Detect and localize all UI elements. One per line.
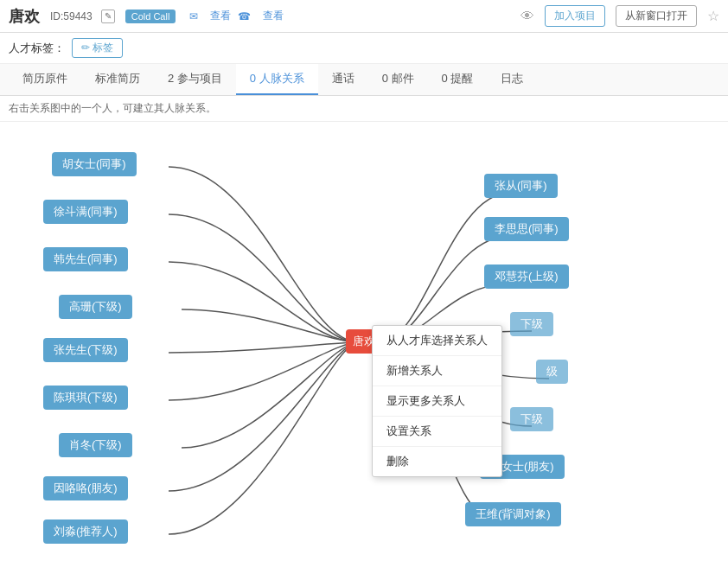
- left-node-0[interactable]: 胡女士(同事): [52, 152, 137, 176]
- tab-resume-original[interactable]: 简历原件: [9, 64, 81, 95]
- tabs-bar: 简历原件 标准简历 2 参与项目 0 人脉关系 通话 0 邮件 0 提醒 日志: [0, 64, 728, 96]
- eye-icon: 👁: [520, 9, 534, 24]
- context-menu-item-3[interactable]: 设置关系: [373, 417, 501, 447]
- new-window-button[interactable]: 从新窗口打开: [616, 5, 697, 27]
- right-node-2[interactable]: 邓慧芬(上级): [484, 265, 569, 289]
- left-node-7[interactable]: 因咯咯(朋友): [43, 476, 128, 500]
- tab-projects[interactable]: 2 参与项目: [154, 64, 236, 95]
- right-node-5[interactable]: 下级: [510, 407, 553, 431]
- person-name: 唐欢: [9, 6, 40, 27]
- left-node-3[interactable]: 高珊(下级): [59, 295, 132, 319]
- right-node-3[interactable]: 下级: [510, 312, 553, 336]
- right-node-4[interactable]: 级: [536, 360, 568, 384]
- hint-text: 右击关系图中的一个人，可建立其人脉关系。: [0, 96, 728, 122]
- left-node-1[interactable]: 徐斗满(同事): [43, 200, 128, 224]
- tag-button[interactable]: ✏ 标签: [72, 38, 123, 58]
- edit-icon[interactable]: ✎: [101, 10, 115, 23]
- phone-icon: ☎: [238, 10, 251, 22]
- mail-icon: ✉: [189, 10, 198, 22]
- tab-reminders[interactable]: 0 提醒: [428, 64, 488, 95]
- page-header: 唐欢 ID:59443 ✎ Cold Call ✉ 查看 ☎ 查看 👁 加入项目…: [0, 0, 728, 33]
- left-node-5[interactable]: 陈琪琪(下级): [43, 386, 128, 410]
- tab-emails[interactable]: 0 邮件: [368, 64, 428, 95]
- pencil-icon: ✏: [81, 41, 90, 54]
- person-id: ID:59443: [50, 10, 93, 22]
- star-button[interactable]: ☆: [707, 8, 719, 24]
- context-menu-item-0[interactable]: 从人才库选择关系人: [373, 326, 501, 356]
- mindmap-area: 唐欢 胡女士(同事) 徐斗满(同事) 韩先生(同事) 高珊(下级) 张先生(下级…: [0, 122, 728, 571]
- view-link[interactable]: 查看: [210, 9, 231, 23]
- tag-row: 人才标签： ✏ 标签: [0, 33, 728, 64]
- right-node-1[interactable]: 李思思(同事): [484, 217, 569, 241]
- tab-connections[interactable]: 0 人脉关系: [236, 64, 318, 95]
- tab-log[interactable]: 日志: [487, 64, 537, 95]
- left-node-8[interactable]: 刘淼(推荐人): [43, 519, 128, 544]
- left-node-4[interactable]: 张先生(下级): [43, 338, 128, 362]
- context-menu-item-4[interactable]: 删除: [373, 447, 501, 476]
- join-project-button[interactable]: 加入项目: [545, 5, 605, 27]
- call-link[interactable]: 查看: [263, 9, 284, 23]
- context-menu: 从人才库选择关系人 新增关系人 显示更多关系人 设置关系 删除: [372, 325, 502, 477]
- left-node-2[interactable]: 韩先生(同事): [43, 247, 128, 271]
- tag-label: 人才标签：: [9, 41, 65, 56]
- tab-calls[interactable]: 通话: [318, 64, 368, 95]
- left-node-6[interactable]: 肖冬(下级): [59, 433, 132, 457]
- right-node-0[interactable]: 张从(同事): [484, 174, 558, 198]
- context-menu-item-1[interactable]: 新增关系人: [373, 356, 501, 386]
- tab-standard-resume[interactable]: 标准简历: [81, 64, 154, 95]
- right-node-7[interactable]: 王维(背调对象): [465, 502, 561, 526]
- context-menu-item-2[interactable]: 显示更多关系人: [373, 386, 501, 417]
- cold-call-badge: Cold Call: [125, 10, 176, 23]
